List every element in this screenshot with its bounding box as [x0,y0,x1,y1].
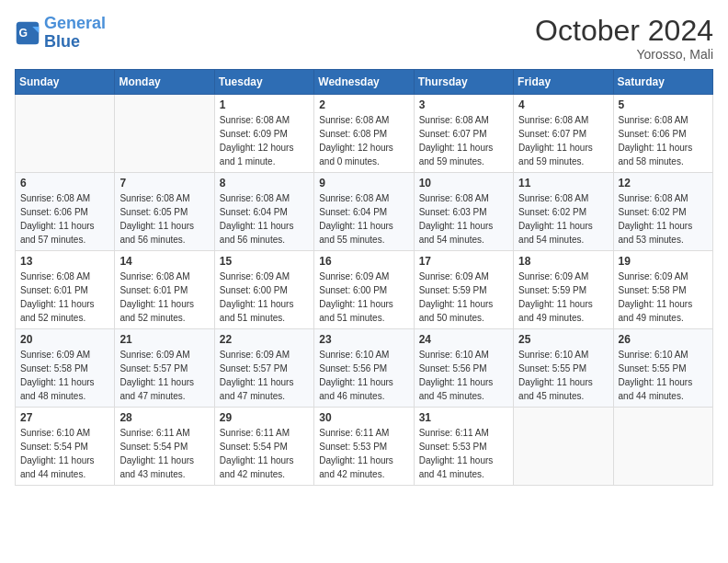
day-info: Sunrise: 6:08 AM Sunset: 6:03 PM Dayligh… [419,191,508,247]
calendar-cell: 7Sunrise: 6:08 AM Sunset: 6:05 PM Daylig… [115,173,214,251]
day-info: Sunrise: 6:11 AM Sunset: 5:54 PM Dayligh… [119,426,209,481]
calendar-week-row: 27Sunrise: 6:10 AM Sunset: 5:54 PM Dayli… [16,408,713,486]
calendar-cell: 31Sunrise: 6:11 AM Sunset: 5:53 PM Dayli… [414,408,513,486]
calendar-cell: 15Sunrise: 6:09 AM Sunset: 6:00 PM Dayli… [214,251,313,329]
day-info: Sunrise: 6:09 AM Sunset: 5:58 PM Dayligh… [619,270,708,325]
weekday-header-monday: Monday [115,70,214,95]
weekday-header-thursday: Thursday [414,70,513,95]
calendar-cell: 24Sunrise: 6:10 AM Sunset: 5:56 PM Dayli… [414,329,513,408]
calendar-cell: 18Sunrise: 6:09 AM Sunset: 5:59 PM Dayli… [514,251,613,329]
calendar-cell: 25Sunrise: 6:10 AM Sunset: 5:55 PM Dayli… [514,329,613,408]
calendar-cell: 21Sunrise: 6:09 AM Sunset: 5:57 PM Dayli… [115,329,214,408]
calendar-week-row: 6Sunrise: 6:08 AM Sunset: 6:06 PM Daylig… [16,173,713,251]
day-number: 7 [119,177,209,190]
calendar-header-row: SundayMondayTuesdayWednesdayThursdayFrid… [16,70,713,95]
day-info: Sunrise: 6:10 AM Sunset: 5:56 PM Dayligh… [419,348,508,403]
calendar-cell: 16Sunrise: 6:09 AM Sunset: 6:00 PM Dayli… [314,251,414,329]
day-info: Sunrise: 6:08 AM Sunset: 6:01 PM Dayligh… [20,270,109,325]
day-number: 12 [619,177,708,190]
day-info: Sunrise: 6:08 AM Sunset: 6:07 PM Dayligh… [518,113,608,168]
weekday-header-tuesday: Tuesday [214,70,313,95]
day-number: 13 [20,255,109,268]
day-number: 27 [20,411,109,424]
logo: G General Blue [15,15,106,52]
day-number: 9 [319,177,408,190]
calendar-cell [514,408,613,486]
day-info: Sunrise: 6:08 AM Sunset: 6:06 PM Dayligh… [20,191,109,247]
day-number: 2 [319,98,408,111]
day-number: 4 [518,98,608,111]
calendar-cell: 3Sunrise: 6:08 AM Sunset: 6:07 PM Daylig… [414,95,513,173]
day-number: 8 [220,177,309,190]
logo-icon: G [15,20,40,46]
day-info: Sunrise: 6:10 AM Sunset: 5:55 PM Dayligh… [518,348,608,403]
day-info: Sunrise: 6:08 AM Sunset: 6:02 PM Dayligh… [518,191,608,247]
day-number: 3 [419,98,508,111]
calendar-cell: 29Sunrise: 6:11 AM Sunset: 5:54 PM Dayli… [214,408,313,486]
calendar-table: SundayMondayTuesdayWednesdayThursdayFrid… [15,69,713,486]
day-number: 26 [619,333,708,346]
month-title: October 2024 [535,15,713,47]
day-number: 25 [518,333,608,346]
day-info: Sunrise: 6:08 AM Sunset: 6:04 PM Dayligh… [220,191,309,247]
calendar-cell: 22Sunrise: 6:09 AM Sunset: 5:57 PM Dayli… [214,329,313,408]
day-info: Sunrise: 6:08 AM Sunset: 6:06 PM Dayligh… [619,113,708,168]
calendar-cell: 12Sunrise: 6:08 AM Sunset: 6:02 PM Dayli… [613,173,712,251]
day-info: Sunrise: 6:08 AM Sunset: 6:02 PM Dayligh… [619,191,708,247]
logo-line2: Blue [44,32,80,51]
day-info: Sunrise: 6:09 AM Sunset: 5:58 PM Dayligh… [20,348,109,403]
day-info: Sunrise: 6:08 AM Sunset: 6:04 PM Dayligh… [319,191,408,247]
weekday-header-saturday: Saturday [613,70,712,95]
day-info: Sunrise: 6:09 AM Sunset: 5:59 PM Dayligh… [518,270,608,325]
day-number: 20 [20,333,109,346]
day-info: Sunrise: 6:08 AM Sunset: 6:09 PM Dayligh… [220,113,309,168]
calendar-cell: 5Sunrise: 6:08 AM Sunset: 6:06 PM Daylig… [613,95,712,173]
calendar-cell: 10Sunrise: 6:08 AM Sunset: 6:03 PM Dayli… [414,173,513,251]
day-number: 6 [20,177,109,190]
calendar-cell: 8Sunrise: 6:08 AM Sunset: 6:04 PM Daylig… [214,173,313,251]
day-number: 22 [220,333,309,346]
title-block: October 2024 Yorosso, Mali [535,15,713,62]
day-info: Sunrise: 6:11 AM Sunset: 5:54 PM Dayligh… [220,426,309,481]
day-number: 23 [319,333,408,346]
calendar-cell: 11Sunrise: 6:08 AM Sunset: 6:02 PM Dayli… [514,173,613,251]
location-subtitle: Yorosso, Mali [535,47,713,62]
day-info: Sunrise: 6:08 AM Sunset: 6:05 PM Dayligh… [119,191,209,247]
calendar-cell: 26Sunrise: 6:10 AM Sunset: 5:55 PM Dayli… [613,329,712,408]
day-info: Sunrise: 6:08 AM Sunset: 6:01 PM Dayligh… [119,270,209,325]
calendar-cell: 1Sunrise: 6:08 AM Sunset: 6:09 PM Daylig… [214,95,313,173]
calendar-cell: 13Sunrise: 6:08 AM Sunset: 6:01 PM Dayli… [16,251,115,329]
day-number: 18 [518,255,608,268]
day-number: 14 [119,255,209,268]
day-number: 1 [220,98,309,111]
day-info: Sunrise: 6:09 AM Sunset: 5:57 PM Dayligh… [220,348,309,403]
day-info: Sunrise: 6:08 AM Sunset: 6:08 PM Dayligh… [319,113,408,168]
weekday-header-wednesday: Wednesday [314,70,414,95]
day-info: Sunrise: 6:09 AM Sunset: 5:59 PM Dayligh… [419,270,508,325]
day-number: 15 [220,255,309,268]
day-info: Sunrise: 6:10 AM Sunset: 5:54 PM Dayligh… [20,426,109,481]
calendar-cell [115,95,214,173]
calendar-cell: 4Sunrise: 6:08 AM Sunset: 6:07 PM Daylig… [514,95,613,173]
day-number: 16 [319,255,408,268]
day-number: 24 [419,333,508,346]
calendar-cell: 14Sunrise: 6:08 AM Sunset: 6:01 PM Dayli… [115,251,214,329]
calendar-week-row: 20Sunrise: 6:09 AM Sunset: 5:58 PM Dayli… [16,329,713,408]
day-number: 11 [518,177,608,190]
weekday-header-sunday: Sunday [16,70,115,95]
day-number: 17 [419,255,508,268]
calendar-cell: 30Sunrise: 6:11 AM Sunset: 5:53 PM Dayli… [314,408,414,486]
calendar-week-row: 1Sunrise: 6:08 AM Sunset: 6:09 PM Daylig… [16,95,713,173]
calendar-cell: 28Sunrise: 6:11 AM Sunset: 5:54 PM Dayli… [115,408,214,486]
day-number: 28 [119,411,209,424]
calendar-cell: 17Sunrise: 6:09 AM Sunset: 5:59 PM Dayli… [414,251,513,329]
calendar-week-row: 13Sunrise: 6:08 AM Sunset: 6:01 PM Dayli… [16,251,713,329]
day-number: 10 [419,177,508,190]
calendar-cell: 6Sunrise: 6:08 AM Sunset: 6:06 PM Daylig… [16,173,115,251]
svg-text:G: G [18,26,28,39]
calendar-cell: 2Sunrise: 6:08 AM Sunset: 6:08 PM Daylig… [314,95,414,173]
calendar-cell: 23Sunrise: 6:10 AM Sunset: 5:56 PM Dayli… [314,329,414,408]
day-number: 19 [619,255,708,268]
calendar-cell: 19Sunrise: 6:09 AM Sunset: 5:58 PM Dayli… [613,251,712,329]
day-number: 5 [619,98,708,111]
